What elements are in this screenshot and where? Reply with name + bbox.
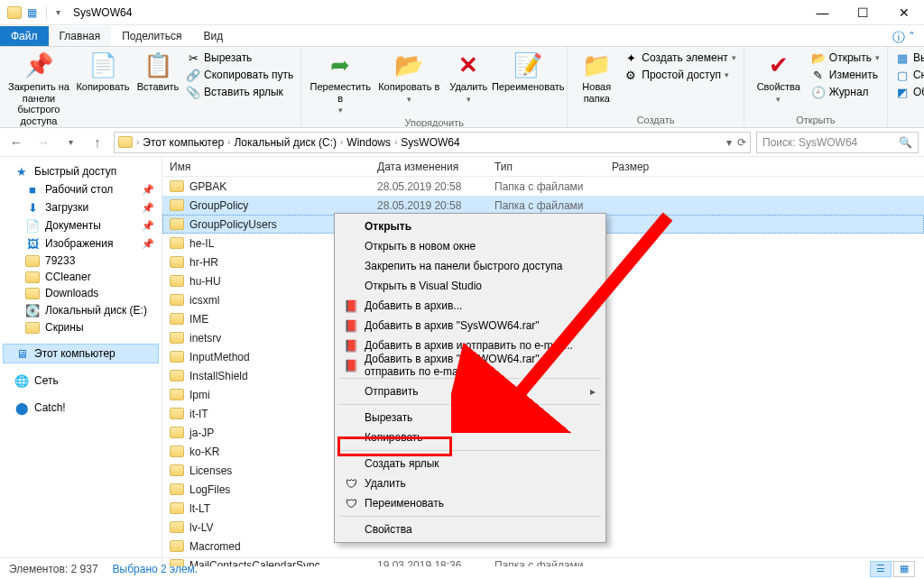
select-none-icon: ▢ xyxy=(895,68,910,82)
tree-downloads2[interactable]: Downloads xyxy=(4,285,158,301)
ribbon-help-icon[interactable]: ⓘ ˄ xyxy=(883,30,924,46)
move-to-button[interactable]: ➦Переместить в▾ xyxy=(309,51,372,115)
file-name: he-IL xyxy=(189,237,214,250)
status-items: Элементов: 2 937 xyxy=(9,563,98,575)
invert-selection-button[interactable]: ◩Обратить выделение xyxy=(895,85,924,99)
tab-file[interactable]: Файл xyxy=(0,26,49,46)
tree-downloads[interactable]: ⬇Загрузки📌 xyxy=(4,198,158,216)
pc-icon: 🖥 xyxy=(14,346,29,361)
move-icon: ➦ xyxy=(326,51,355,79)
delete-button[interactable]: ✕Удалить▾ xyxy=(446,51,491,104)
ctx-open-new-window[interactable]: Открыть в новом окне xyxy=(337,236,603,256)
folder-icon xyxy=(170,237,184,249)
ctx-rar-email[interactable]: 📕Добавить в архив "SysWOW64.rar" и отпра… xyxy=(337,355,603,375)
rename-button[interactable]: 📝Переименовать xyxy=(496,51,559,93)
nav-forward-button[interactable]: → xyxy=(32,132,54,153)
crumb-2[interactable]: Windows xyxy=(346,136,391,149)
tree-localdisk[interactable]: 💽Локальный диск (E:) xyxy=(4,301,158,319)
nav-back-button[interactable]: ← xyxy=(5,132,27,153)
ctx-add-rar[interactable]: 📕Добавить в архив "SysWOW64.rar" xyxy=(337,316,603,335)
status-selected: Выбрано 2 элем. xyxy=(113,563,199,575)
tree-ccleaner[interactable]: CCleaner xyxy=(4,269,158,285)
shield-icon: 🛡 xyxy=(343,497,359,510)
tab-home[interactable]: Главная xyxy=(49,26,112,46)
properties-icon: ✔ xyxy=(764,51,793,79)
folder-icon xyxy=(170,502,184,514)
folder-icon xyxy=(170,332,184,344)
cut-button[interactable]: ✂Вырезать xyxy=(186,51,293,65)
ctx-delete[interactable]: 🛡Удалить xyxy=(337,473,603,493)
tab-view[interactable]: Вид xyxy=(192,26,234,46)
view-icons-button[interactable]: ▦ xyxy=(893,561,915,577)
ctx-create-shortcut[interactable]: Создать ярлык xyxy=(337,454,603,473)
pin-quick-button[interactable]: 📌Закрепить на панели быстрого доступа xyxy=(7,51,70,127)
nav-up-button[interactable]: ↑ xyxy=(87,132,108,153)
col-name[interactable]: Имя xyxy=(162,161,370,173)
new-folder-icon: 📁 xyxy=(582,51,611,79)
history-icon: 🕘 xyxy=(811,85,826,99)
select-all-icon: ▦ xyxy=(895,51,910,65)
file-row[interactable]: GroupPolicy28.05.2019 20:58Папка с файла… xyxy=(162,196,924,215)
maximize-button[interactable]: ☐ xyxy=(843,0,883,25)
rar-icon: 📕 xyxy=(343,299,359,313)
ctx-add-archive[interactable]: 📕Добавить в архив... xyxy=(337,296,603,316)
network-icon: 🌐 xyxy=(14,373,29,388)
tree-skriny[interactable]: Скрины xyxy=(4,319,158,335)
select-all-button[interactable]: ▦Выделить все xyxy=(895,51,924,65)
paste-shortcut-button[interactable]: 📎Вставить ярлык xyxy=(186,85,293,99)
ctx-properties[interactable]: Свойства xyxy=(337,519,603,539)
refresh-icon[interactable]: ⟳ xyxy=(737,136,746,149)
new-folder-button[interactable]: 📁Новая папка xyxy=(575,51,618,104)
edit-button[interactable]: ✎Изменить xyxy=(811,68,880,82)
tree-79233[interactable]: 79233 xyxy=(4,253,158,269)
ctx-cut[interactable]: Вырезать xyxy=(337,408,603,427)
open-button[interactable]: 📂Открыть ▾ xyxy=(811,51,880,65)
minimize-button[interactable]: — xyxy=(802,0,843,25)
tree-pictures[interactable]: 🖼Изображения📌 xyxy=(4,234,158,253)
crumb-3[interactable]: SysWOW64 xyxy=(401,136,459,149)
col-size[interactable]: Размер xyxy=(605,161,677,173)
ctx-open-vs[interactable]: Открыть в Visual Studio xyxy=(337,276,603,296)
tree-documents[interactable]: 📄Документы📌 xyxy=(4,216,158,234)
select-none-button[interactable]: ▢Снять выделение xyxy=(895,68,924,82)
chevron-right-icon: ▸ xyxy=(590,385,596,398)
close-button[interactable]: ✕ xyxy=(883,0,924,25)
new-item-button[interactable]: ✦Создать элемент ▾ xyxy=(624,51,736,65)
copy-button[interactable]: 📄Копировать xyxy=(76,51,130,93)
pictures-icon: 🖼 xyxy=(25,236,40,251)
col-date[interactable]: Дата изменения xyxy=(370,161,487,173)
ctx-pin-quick[interactable]: Закрепить на панели быстрого доступа xyxy=(337,256,603,276)
tree-desktop[interactable]: ■Рабочий стол📌 xyxy=(4,180,158,198)
nav-recent-button[interactable]: ▾ xyxy=(60,132,81,153)
ctx-rename[interactable]: 🛡Переименовать xyxy=(337,493,603,513)
history-button[interactable]: 🕘Журнал xyxy=(811,85,880,99)
nav-tree[interactable]: ★Быстрый доступ ■Рабочий стол📌 ⬇Загрузки… xyxy=(0,157,162,566)
view-details-button[interactable]: ☰ xyxy=(870,561,892,577)
file-row[interactable]: GPBAK28.05.2019 20:58Папка с файлами xyxy=(162,177,924,196)
paste-button[interactable]: 📋Вставить xyxy=(135,51,180,93)
column-headers[interactable]: Имя Дата изменения Тип Размер xyxy=(162,157,924,177)
properties-button[interactable]: ✔Свойства▾ xyxy=(752,51,806,104)
file-name: IME xyxy=(189,313,208,326)
copy-path-button[interactable]: 🔗Скопировать путь xyxy=(186,68,293,82)
tree-this-pc[interactable]: 🖥Этот компьютер xyxy=(4,345,158,363)
tree-quick-access[interactable]: ★Быстрый доступ xyxy=(4,162,158,180)
tree-network[interactable]: 🌐Сеть xyxy=(4,372,158,390)
col-type[interactable]: Тип xyxy=(487,161,605,173)
copy-to-button[interactable]: 📂Копировать в▾ xyxy=(377,51,440,104)
folder-icon xyxy=(170,540,184,552)
tree-catch[interactable]: ⬤Catch! xyxy=(4,399,158,417)
easy-access-button[interactable]: ⚙Простой доступ ▾ xyxy=(624,68,736,82)
address-dropdown-icon[interactable]: ▾ xyxy=(726,136,732,149)
ctx-open[interactable]: Открыть xyxy=(337,216,603,236)
folder-icon xyxy=(170,521,184,533)
qat-dropdown-icon[interactable]: ▾ xyxy=(56,7,60,17)
crumb-0[interactable]: Этот компьютер xyxy=(143,136,224,149)
ctx-send-to[interactable]: Отправить▸ xyxy=(337,381,603,401)
ctx-copy[interactable]: Копировать xyxy=(337,427,603,447)
search-box[interactable]: Поиск: SysWOW64 🔍 xyxy=(756,132,919,153)
tab-share[interactable]: Поделиться xyxy=(111,26,192,46)
crumb-1[interactable]: Локальный диск (C:) xyxy=(234,136,337,149)
address-bar[interactable]: › Этот компьютер› Локальный диск (C:)› W… xyxy=(114,132,751,153)
qat-props-icon[interactable]: ▦ xyxy=(27,6,37,19)
